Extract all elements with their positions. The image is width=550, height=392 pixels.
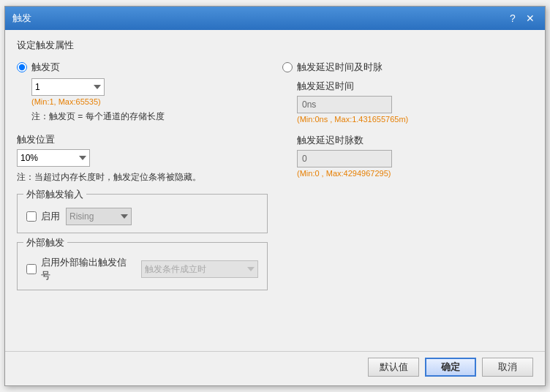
trigger-page-select[interactable]: 1 [31,78,105,96]
external-trigger-select: 触发条件成立时 [141,260,258,278]
trigger-page-radio-label[interactable]: 触发页 [17,61,268,74]
trigger-dialog: 触发 ? ✕ 设定触发属性 触发页 1 [4,6,546,386]
ok-button[interactable]: 确定 [425,358,476,377]
delay-time-label: 触发延迟时间 [297,80,533,93]
delay-pulses-input-wrap [297,150,533,167]
delay-pulses-hint: (Min:0 , Max:4294967295) [297,169,533,178]
delay-time-input[interactable] [297,96,392,113]
delay-pulses-input[interactable] [297,150,392,167]
external-trigger-input-row: 启用 Rising Falling [26,208,258,225]
trigger-position-note: 注：当超过内存长度时，触发定位条将被隐藏。 [17,171,268,184]
close-button[interactable]: ✕ [523,11,538,26]
external-trigger-title: 外部触发 [23,236,67,249]
trigger-position-label: 触发位置 [17,133,268,146]
left-panel: 触发页 1 (Min:1, Max:65535) 注：触发页 = 每个通道的存储… [17,61,268,342]
trigger-delay-radio-label[interactable]: 触发延迟时间及时脉 [282,61,533,74]
cancel-button[interactable]: 取消 [482,358,533,377]
trigger-delay-group: 触发延迟时间及时脉 触发延迟时间 (Min:0ns , Max:1.431655… [282,61,533,178]
trigger-page-label: 触发页 [31,61,60,74]
dialog-title: 触发 [12,12,31,25]
trigger-position-select[interactable]: 10% [17,149,90,167]
trigger-position-group: 触发位置 10% 注：当超过内存长度时，触发定位条将被隐藏。 [17,133,268,184]
dialog-footer: 默认值 确定 取消 [5,351,545,385]
main-content: 触发页 1 (Min:1, Max:65535) 注：触发页 = 每个通道的存储… [17,61,533,342]
external-trigger-label: 启用外部输出触发信号 [41,256,136,282]
external-trigger-input-select[interactable]: Rising Falling [66,208,132,225]
title-controls: ? ✕ [505,11,538,26]
external-trigger-row: 启用外部输出触发信号 触发条件成立时 [26,256,258,282]
delay-time-hint: (Min:0ns , Max:1.431655765m) [297,115,533,124]
external-trigger-checkbox-label[interactable]: 启用外部输出触发信号 [26,256,135,282]
delay-time-input-wrap [297,96,533,113]
external-trigger-input-checkbox[interactable] [26,211,37,222]
external-trigger-checkbox[interactable] [26,264,37,274]
external-trigger-input-title: 外部触发输入 [23,188,86,201]
external-trigger-input-checkbox-label[interactable]: 启用 [26,210,60,223]
delay-pulses-label: 触发延迟时脉数 [297,134,533,147]
external-trigger-input-group: 外部触发输入 启用 Rising Falling [17,194,268,233]
trigger-page-hint: (Min:1, Max:65535) [31,97,268,106]
default-button[interactable]: 默认值 [368,358,419,377]
title-bar: 触发 ? ✕ [5,7,545,30]
external-trigger-input-label: 启用 [41,210,60,223]
dialog-body: 设定触发属性 触发页 1 (Min:1, Max:65535) 注：触发页 = [5,30,545,351]
trigger-page-note: 注：触发页 = 每个通道的存储长度 [31,110,268,123]
section-title: 设定触发属性 [17,39,533,52]
trigger-page-radio[interactable] [17,62,27,72]
trigger-page-group: 触发页 1 (Min:1, Max:65535) 注：触发页 = 每个通道的存储… [17,61,268,123]
external-trigger-group: 外部触发 启用外部输出触发信号 触发条件成立时 [17,242,268,290]
right-panel: 触发延迟时间及时脉 触发延迟时间 (Min:0ns , Max:1.431655… [282,61,533,342]
trigger-delay-radio[interactable] [282,62,293,72]
trigger-delay-label: 触发延迟时间及时脉 [297,61,383,74]
help-button[interactable]: ? [505,11,520,26]
